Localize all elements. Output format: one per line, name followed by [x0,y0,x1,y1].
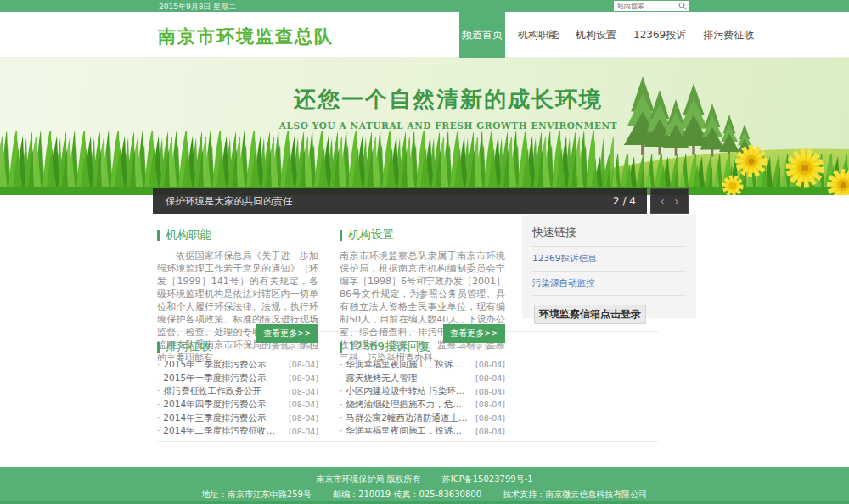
prev-slide-button[interactable]: ‹ [660,195,665,207]
divider [532,271,686,272]
flower-icon [739,149,763,173]
view-more-link[interactable]: 查看更多>> [273,342,318,353]
slideshow-controls: ‹ › [650,188,689,214]
top-bar: 2015年9月8日 星期二 [0,0,849,12]
link-pollution-monitor[interactable]: 污染源自动监控 [532,277,686,289]
list-item[interactable]: 烧烤油烟处理措施不力，危害人身健康。[08-04] [340,398,505,412]
list-item[interactable]: 2014年四季度排污费公示[08-04] [157,398,318,412]
flower-icon [725,178,740,193]
column-divider [329,227,329,441]
nav-tab-fees[interactable]: 排污费征收 [703,28,754,42]
list-item[interactable]: 华润幸福里夜间施工，投诉不管[08-04] [340,358,505,372]
slideshow-caption-bar: 保护环境是大家的共同的责任 2 / 4 [153,188,647,214]
section-marker [340,342,342,353]
section-marker [340,230,342,241]
site-header: 南京市环境监查总队 频道首页 机构职能 机构设置 12369投诉 排污费征收 [0,12,849,58]
slideshow-counter: 2 / 4 [613,195,636,207]
list-item[interactable]: 2015年二季度排污费公示[08-04] [157,358,318,372]
footer-tech-support: 技术支持：南京微云信息科技有限公司 [503,490,647,499]
horizontal-divider [157,441,658,442]
footer-bottom-strip [0,501,849,504]
list-item[interactable]: 2015年一季度排污费公示[08-04] [157,372,318,385]
search-box [614,1,689,11]
list-item[interactable]: 华润幸福里夜间施工，投诉不管[08-04] [340,424,505,438]
nav-tab-functions[interactable]: 机构职能 [518,28,559,42]
footer-contact: 邮编：210019 传真：025-83630800 [333,490,481,499]
banner-landscape-art [0,58,849,195]
list-item[interactable]: 露天烧烤无人管理[08-04] [340,372,505,385]
main-nav: 机构职能 机构设置 12369投诉 排污费征收 [509,12,762,58]
section-complaint-list: 12369投诉回复 查看更多>> 华润幸福里夜间施工，投诉不管[08-04] 露… [340,339,505,438]
list-item[interactable]: 2014年二季度排污费征收情况公示[08-04] [157,424,318,438]
icp-number: 苏ICP备15023799号-1 [442,474,533,484]
nav-tab-home[interactable]: 频道首页 [459,12,505,58]
list-item[interactable]: 马群公寓2幢西边消防通道上违建饭店并且…[08-04] [340,412,505,425]
site-title: 南京市环境监查总队 [158,25,334,48]
search-icon[interactable] [678,2,687,10]
section-title: 排污征收 [166,339,211,355]
quick-links-title: 快速链接 [532,225,686,240]
section-title: 机构设置 [348,227,394,243]
slideshow-caption: 保护环境是大家的共同的责任 [166,195,293,208]
nav-tab-structure[interactable]: 机构设置 [576,28,616,42]
copyright-text: 南京市环境保护局 版权所有 [316,474,420,484]
nav-tab-12369[interactable]: 12369投诉 [633,28,686,42]
mailbox-login-button[interactable]: 环境监察信箱点击登录 [534,305,646,324]
section-marker [157,342,160,353]
section-title: 12369投诉回复 [348,339,430,355]
page: 2015年9月8日 星期二 南京市环境监查总队 频道首页 机构职能 机构设置 1… [0,0,849,504]
section-fee-list: 排污征收 查看更多>> 2015年二季度排污费公示[08-04] 2015年一季… [157,339,318,438]
site-footer: 南京市环境保护局 版权所有 苏ICP备15023799号-1 地址：南京市江东中… [0,467,849,501]
divider [532,295,686,296]
flower-icon [790,154,819,182]
next-slide-button[interactable]: › [674,195,679,207]
search-input[interactable] [616,2,678,10]
list-item[interactable]: 排污费征收工作政务公开[08-04] [157,384,318,398]
quick-links-panel: 快速链接 12369投诉信息 污染源自动监控 环境监察信箱点击登录 [522,215,696,318]
list-item[interactable]: 2014年三季度排污费公示[08-04] [157,412,318,425]
footer-address: 地址：南京市江东中路259号 [202,490,312,499]
view-more-link[interactable]: 查看更多>> [459,342,505,353]
divider [532,246,686,247]
list-item[interactable]: 小区内建垃圾中转站 污染环境 滋生传染病源[08-04] [340,384,505,398]
link-12369-info[interactable]: 12369投诉信息 [532,253,686,265]
section-title: 机构职能 [166,227,211,243]
hero-banner: 还您一个自然清新的成长环境 ALSO YOU A NATURAL AND FRE… [0,58,849,195]
section-marker [157,230,160,241]
